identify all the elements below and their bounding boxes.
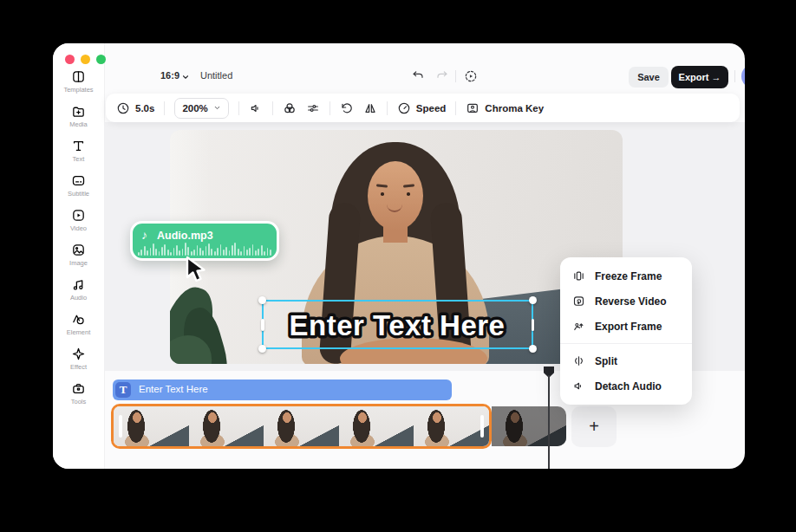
divider xyxy=(734,70,735,82)
effect-star-icon xyxy=(71,347,86,361)
resize-handle-top-left[interactable] xyxy=(258,296,266,304)
divider xyxy=(387,101,388,115)
sidebar-label: Tools xyxy=(71,398,87,405)
zoom-level-select[interactable]: 200% xyxy=(174,98,228,119)
resize-handle-left[interactable] xyxy=(261,319,264,331)
minimize-window-button[interactable] xyxy=(81,55,90,64)
video-thumbnail xyxy=(114,406,189,446)
menu-item-freeze-frame[interactable]: Freeze Frame xyxy=(560,263,692,289)
trim-handle-left[interactable] xyxy=(119,415,122,438)
audio-clip-name: Audio.mp3 xyxy=(157,230,213,242)
speed-gauge-icon xyxy=(397,101,411,115)
menu-item-label: Reverse Video xyxy=(595,295,667,308)
adjust-sliders-icon[interactable] xyxy=(306,101,320,115)
divider xyxy=(455,70,456,82)
menu-item-label: Export Frame xyxy=(595,321,662,333)
element-shapes-icon xyxy=(71,312,86,327)
music-note-icon: ♪ xyxy=(141,228,147,242)
duration-control[interactable]: 5.0s xyxy=(116,101,154,115)
sidebar-item-effect[interactable]: Effect xyxy=(53,347,104,371)
sidebar-label: Video xyxy=(70,224,87,232)
sidebar-item-text[interactable]: Text xyxy=(53,139,104,163)
speed-control[interactable]: Speed xyxy=(397,101,447,115)
menu-item-label: Split xyxy=(595,355,617,367)
export-button[interactable]: Export → xyxy=(671,66,728,88)
export-frame-icon xyxy=(572,320,585,333)
project-title[interactable]: Untitled xyxy=(200,70,232,81)
clip-context-menu: Freeze Frame Reverse Video Export Frame … xyxy=(560,257,692,405)
speed-label: Speed xyxy=(416,103,447,114)
save-button[interactable]: Save xyxy=(629,67,669,88)
resize-handle-bottom-left[interactable] xyxy=(258,345,266,353)
timeline-text-clip[interactable]: T Enter Text Here xyxy=(113,380,452,400)
sidebar-item-element[interactable]: Element xyxy=(53,312,104,336)
clip-toolbar: 5.0s 200% Speed Chroma Key xyxy=(106,94,740,122)
add-media-button[interactable]: + xyxy=(571,406,617,447)
chroma-key-control[interactable]: Chroma Key xyxy=(466,101,544,115)
dim-overlay xyxy=(492,406,566,446)
sidebar-label: Image xyxy=(69,259,88,267)
menu-item-split[interactable]: Split xyxy=(560,348,692,373)
menu-item-label: Freeze Frame xyxy=(595,270,662,282)
aspect-ratio-selector[interactable]: 16:9 xyxy=(160,70,179,81)
sidebar-label: Media xyxy=(69,120,87,128)
photo-shape xyxy=(368,161,423,230)
volume-icon[interactable] xyxy=(249,101,263,115)
redo-icon[interactable] xyxy=(435,69,449,83)
divider xyxy=(164,101,165,115)
sidebar-label: Templates xyxy=(63,86,93,94)
menu-item-detach-audio[interactable]: Detach Audio xyxy=(560,373,692,399)
app-window: Templates Media Text Subtitle Video Imag… xyxy=(53,43,745,469)
chevron-down-icon[interactable] xyxy=(181,73,190,81)
sidebar-item-tools[interactable]: Tools xyxy=(53,381,104,405)
header-bar: 16:9 Untitled Save Export → xyxy=(105,43,745,94)
video-thumbnail xyxy=(339,406,414,446)
divider xyxy=(329,101,330,115)
resize-handle-bottom-right[interactable] xyxy=(529,345,537,353)
sidebar-item-audio[interactable]: Audio xyxy=(53,277,104,302)
text-overlay: Enter Text Here xyxy=(264,302,532,347)
close-window-button[interactable] xyxy=(65,55,75,64)
user-avatar[interactable] xyxy=(741,64,745,88)
mouse-cursor xyxy=(185,256,209,283)
text-clip-label: Enter Text Here xyxy=(139,384,208,394)
timeline-video-clip-remainder[interactable] xyxy=(492,406,566,446)
sidebar-item-video[interactable]: Video xyxy=(53,208,104,232)
tools-box-icon xyxy=(71,381,86,396)
resize-handle-right[interactable] xyxy=(532,319,535,331)
detach-audio-icon xyxy=(572,380,585,393)
menu-item-export-frame[interactable]: Export Frame xyxy=(560,314,692,339)
rotate-icon[interactable] xyxy=(340,101,354,115)
preview-play-icon[interactable] xyxy=(464,69,478,83)
maximize-window-button[interactable] xyxy=(96,55,106,64)
sidebar-label: Effect xyxy=(70,363,87,371)
window-controls xyxy=(65,55,106,64)
templates-icon xyxy=(71,69,86,84)
audio-waveform xyxy=(138,241,271,256)
sidebar-label: Audio xyxy=(70,294,87,302)
desktop-background: Templates Media Text Subtitle Video Imag… xyxy=(0,0,796,532)
timeline-video-clip[interactable] xyxy=(111,404,492,449)
trim-handle-right[interactable] xyxy=(480,415,484,438)
clock-icon xyxy=(116,101,130,115)
sidebar-item-templates[interactable]: Templates xyxy=(53,69,104,94)
flip-horizontal-icon[interactable] xyxy=(363,101,377,115)
resize-handle-top-right[interactable] xyxy=(529,296,537,304)
media-folder-icon xyxy=(71,104,86,119)
duration-value: 5.0s xyxy=(135,103,154,114)
color-blend-icon[interactable] xyxy=(283,101,297,115)
playhead-line xyxy=(548,375,550,469)
chroma-key-label: Chroma Key xyxy=(485,103,544,114)
sidebar-label: Text xyxy=(73,155,85,163)
sidebar-item-media[interactable]: Media xyxy=(53,104,104,128)
video-thumbnail xyxy=(264,406,339,446)
split-icon xyxy=(572,354,585,367)
video-thumbnail xyxy=(414,406,489,446)
menu-item-reverse-video[interactable]: Reverse Video xyxy=(560,289,692,314)
subtitle-icon xyxy=(71,173,86,188)
sidebar-item-subtitle[interactable]: Subtitle xyxy=(53,173,104,198)
undo-icon[interactable] xyxy=(411,69,425,83)
sidebar-item-image[interactable]: Image xyxy=(53,243,104,267)
reverse-video-icon xyxy=(572,295,585,308)
text-overlay-selection[interactable]: Enter Text Here xyxy=(262,300,533,349)
